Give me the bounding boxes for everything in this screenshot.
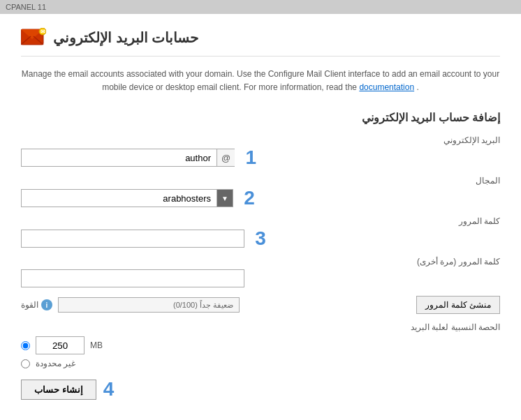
- unlimited-radio[interactable]: [21, 359, 30, 368]
- password-label: كلمة المرور: [21, 216, 500, 226]
- domain-label: المجال: [21, 176, 500, 186]
- step-4: 4: [103, 378, 115, 400]
- password-confirm-input[interactable]: [21, 269, 244, 287]
- description-suffix: .: [416, 82, 418, 92]
- quota-section: الحصة النسبية لعلبة البريد MB غير محدودة: [21, 322, 500, 368]
- domain-select[interactable]: arabhosters: [21, 189, 217, 207]
- password-field-block: كلمة المرور 3: [21, 216, 500, 248]
- page-title: حسابات البريد الإلكتروني: [53, 29, 198, 46]
- strength-label: i القوة: [21, 299, 52, 310]
- unlimited-row: غير محدودة: [21, 359, 500, 368]
- documentation-link[interactable]: documentation: [359, 82, 414, 92]
- page-header: حسابات البريد الإلكتروني ✉: [21, 28, 500, 57]
- step-1: 1: [240, 148, 261, 167]
- quota-mb-label: MB: [90, 340, 103, 350]
- create-account-button[interactable]: إنشاء حساب: [21, 380, 96, 400]
- strength-row: منشئ كلمة المرور ضعيفة جداً (0/100) i ال…: [21, 296, 500, 314]
- quota-row: MB: [21, 336, 500, 354]
- email-row: 1 @: [21, 148, 500, 167]
- quota-input[interactable]: [36, 336, 85, 354]
- strength-text: ضعيفة جداً (0/100): [173, 301, 233, 310]
- mail-icon: ✉: [21, 28, 46, 47]
- strength-bar-container: ضعيفة جداً (0/100) i القوة: [21, 297, 240, 313]
- info-icon[interactable]: i: [41, 299, 52, 310]
- domain-field-block: المجال 2 ▼ arabhosters: [21, 176, 500, 208]
- section-title: إضافة حساب البريد الإلكتروني: [21, 111, 500, 124]
- email-input[interactable]: [21, 149, 217, 167]
- domain-row: 2 ▼ arabhosters: [21, 188, 500, 208]
- topbar-label: CPANEL 11: [6, 3, 46, 11]
- step-2: 2: [239, 188, 260, 208]
- strength-bar: ضعيفة جداً (0/100): [58, 297, 240, 313]
- at-sign: @: [217, 149, 235, 167]
- password-confirm-label: كلمة المرور (مرة أخرى): [21, 257, 500, 267]
- description-text: Manage the email accounts associated wit…: [22, 69, 499, 92]
- password-confirm-field-block: كلمة المرور (مرة أخرى): [21, 257, 500, 287]
- generate-password-button[interactable]: منشئ كلمة المرور: [416, 296, 500, 314]
- domain-select-wrapper: ▼ arabhosters: [21, 189, 233, 207]
- email-label: البريد الإلكتروني: [21, 135, 500, 145]
- step-3: 3: [250, 229, 271, 248]
- quota-title: الحصة النسبية لعلبة البريد: [21, 322, 500, 332]
- unlimited-label: غير محدودة: [36, 359, 75, 368]
- domain-dropdown-arrow[interactable]: ▼: [217, 189, 233, 207]
- create-row: 4 إنشاء حساب: [21, 378, 500, 400]
- quota-radio[interactable]: [21, 341, 30, 350]
- password-input[interactable]: [21, 230, 244, 248]
- strength-title: القوة: [21, 300, 38, 310]
- email-field-block: البريد الإلكتروني 1 @: [21, 135, 500, 167]
- description: Manage the email accounts associated wit…: [21, 68, 500, 94]
- svg-text:✉: ✉: [41, 29, 45, 35]
- password-row: 3: [21, 229, 500, 248]
- password-confirm-row: [21, 269, 500, 287]
